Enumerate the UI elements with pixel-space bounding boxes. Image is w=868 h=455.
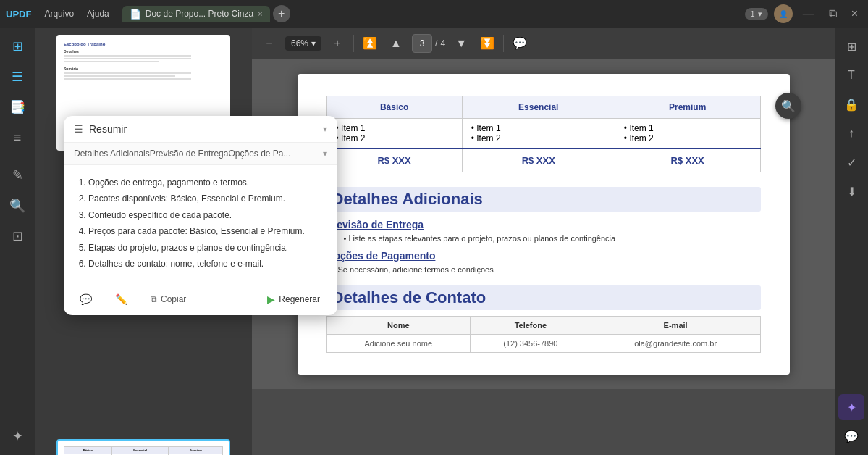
price-basic: R$ XXX: [326, 149, 462, 172]
ai-panel: ☰ Resumir ▾ Detalhes AdicionaisPrevisão …: [64, 116, 252, 315]
thumbnail-panel: Escopo do Trabalho Detalhes Sumário 1 ☰ …: [35, 28, 252, 455]
thumb-frame-3[interactable]: BásicoEssencialPremium Item 1Item 1Item …: [56, 439, 230, 455]
menu-arquivo[interactable]: Arquivo: [38, 6, 80, 22]
zoom-out-button[interactable]: −: [259, 33, 279, 54]
ai-panel-body: Opções de entrega, pagamento e termos. P…: [64, 165, 252, 283]
thumbnail-3[interactable]: BásicoEssencialPremium Item 1Item 1Item …: [53, 439, 234, 455]
ai-dropdown-text: Detalhes AdicionaisPrevisão de EntregaOp…: [74, 149, 252, 159]
sidebar-item-outline[interactable]: ≡: [4, 125, 30, 151]
sidebar-item-search[interactable]: 🔍: [4, 193, 30, 219]
thumb3-table: BásicoEssencialPremium Item 1Item 1Item …: [64, 446, 223, 455]
item-basic-1: Item 1: [336, 123, 453, 133]
feedback-btn-1[interactable]: 💬: [74, 291, 98, 308]
ai-summary-item-5: Etapas do projeto, prazos e planos de co…: [88, 241, 252, 255]
comment-toolbar-button[interactable]: 💬: [510, 33, 530, 54]
comment-toolbar-icon: 💬: [513, 36, 527, 50]
subsection-previsao[interactable]: Previsão de Entrega: [326, 219, 761, 230]
new-tab-button[interactable]: +: [273, 5, 290, 22]
rs-comment-icon[interactable]: 💬: [838, 423, 864, 449]
nav-next-icon: ▼: [455, 37, 467, 50]
tab-area: 📄 Doc de Propo... Preto Cinza × +: [122, 5, 741, 22]
doc-viewer: − 66% ▾ + ⏫ ▲ / 4 ▼: [252, 28, 835, 455]
ai-summary-item-2: Pacotes disponíveis: Básico, Essencial e…: [88, 191, 252, 206]
menu-ajuda[interactable]: Ajuda: [81, 6, 115, 22]
subsection-opcoes[interactable]: Opções de Pagamento: [326, 250, 761, 262]
doc-toolbar: − 66% ▾ + ⏫ ▲ / 4 ▼: [252, 28, 835, 59]
page-input[interactable]: [412, 34, 432, 53]
tab-close-button[interactable]: ×: [258, 9, 262, 18]
topbar: UPDF Arquivo Ajuda 📄 Doc de Propo... Pre…: [0, 0, 868, 28]
nav-next-button[interactable]: ▼: [451, 33, 471, 54]
zoom-chevron-icon: ▾: [311, 38, 316, 49]
section-detalhes-contato: Detalhes de Contato: [326, 285, 761, 310]
tab-label: Doc de Propo... Preto Cinza: [146, 9, 253, 19]
item-premium-2: Item 2: [624, 133, 751, 143]
nav-last-icon: ⏬: [480, 36, 494, 50]
nav-first-button[interactable]: ⏫: [360, 33, 380, 54]
topbar-right: 1 ▾ 👤 — ⧉ ×: [745, 4, 862, 23]
search-floating-button[interactable]: 🔍: [775, 93, 801, 119]
sidebar-item-annotation[interactable]: ✎: [4, 162, 30, 188]
zoom-out-icon: −: [266, 37, 272, 50]
badge-chevron: ▾: [758, 9, 762, 19]
ai-panel-title: Resumir: [89, 123, 252, 135]
price-essencial: R$ XXX: [462, 149, 615, 172]
topbar-menu: Arquivo Ajuda: [38, 6, 114, 22]
ai-summary-item-4: Preços para cada pacote: Básico, Essenci…: [88, 224, 252, 238]
ai-summary-item-1: Opções de entrega, pagamento e termos.: [88, 175, 252, 190]
contact-nome: Adicione seu nome: [326, 335, 471, 353]
page-total: 4: [440, 38, 445, 49]
doc-page-wrapper: Básico Essencial Premium Item 1 Item 2 I…: [252, 59, 835, 389]
close-button[interactable]: ×: [847, 6, 862, 22]
tab-doc-icon: 📄: [130, 9, 141, 20]
item-premium-1: Item 1: [624, 123, 751, 133]
contact-telefone: (12) 3456-7890: [471, 335, 591, 353]
item-essencial-1: Item 1: [471, 123, 606, 133]
pkg-header-essencial: Essencial: [462, 96, 615, 119]
item-basic-2: Item 2: [336, 133, 453, 143]
contact-table: Nome Telefone E-mail Adicione seu nome (…: [326, 316, 761, 353]
rs-save-icon[interactable]: ⬇: [838, 178, 864, 204]
pricing-table: Básico Essencial Premium Item 1 Item 2 I…: [326, 96, 761, 172]
sidebar-item-ai[interactable]: ✦: [4, 423, 30, 449]
feedback-icon-2: ✏️: [115, 293, 127, 305]
contact-email: ola@grandesite.com.br: [591, 335, 760, 353]
rs-lock-icon[interactable]: 🔒: [838, 91, 864, 117]
rs-share-icon[interactable]: ↑: [838, 120, 864, 146]
ai-panel-dropdown[interactable]: Detalhes AdicionaisPrevisão de EntregaOp…: [64, 143, 252, 165]
rs-check-icon[interactable]: ✓: [838, 149, 864, 175]
ai-panel-hamburger-icon[interactable]: ☰: [74, 123, 83, 135]
copy-label: Copiar: [161, 294, 186, 304]
pkg-items-premium: Item 1 Item 2: [615, 119, 760, 149]
feedback-btn-2[interactable]: ✏️: [109, 291, 133, 308]
user-count-badge: 1 ▾: [745, 8, 768, 20]
sidebar-item-thumbnail[interactable]: ☰: [4, 64, 30, 90]
copy-icon: ⧉: [151, 294, 157, 304]
ai-summary-item-6: Detalhes de contato: nome, telefone e e-…: [88, 256, 252, 271]
price-premium: R$ XXX: [615, 149, 760, 172]
divider-1: [353, 35, 354, 52]
zoom-in-button[interactable]: +: [327, 33, 347, 54]
nav-first-icon: ⏫: [363, 36, 377, 50]
rs-table-icon[interactable]: ⊞: [838, 33, 864, 59]
page-nav: / 4: [412, 34, 445, 53]
sidebar-item-bookmarks[interactable]: 📑: [4, 94, 30, 120]
ai-panel-header: ☰ Resumir ▾: [64, 116, 252, 143]
nav-prev-button[interactable]: ▲: [386, 33, 406, 54]
copy-button[interactable]: ⧉ Copiar: [145, 291, 192, 307]
user-count: 1: [751, 9, 755, 18]
rs-text-icon[interactable]: T: [838, 62, 864, 88]
sidebar-right: ⊞ T 🔒 ↑ ✓ ⬇ ✦ 💬: [835, 28, 868, 455]
sidebar-item-pages[interactable]: ⊡: [4, 223, 30, 249]
pkg-items-essencial: Item 1 Item 2: [462, 119, 615, 149]
avatar[interactable]: 👤: [774, 4, 793, 23]
nav-last-button[interactable]: ⏬: [477, 33, 497, 54]
minimize-button[interactable]: —: [799, 6, 819, 22]
document-tab[interactable]: 📄 Doc de Propo... Preto Cinza ×: [122, 6, 270, 22]
restore-button[interactable]: ⧉: [825, 6, 841, 22]
zoom-display[interactable]: 66% ▾: [285, 36, 321, 51]
zoom-level: 66%: [291, 38, 308, 49]
rs-ai-icon[interactable]: ✦: [838, 394, 864, 420]
feedback-icon-1: 💬: [80, 293, 92, 305]
sidebar-item-home[interactable]: ⊞: [4, 33, 30, 59]
